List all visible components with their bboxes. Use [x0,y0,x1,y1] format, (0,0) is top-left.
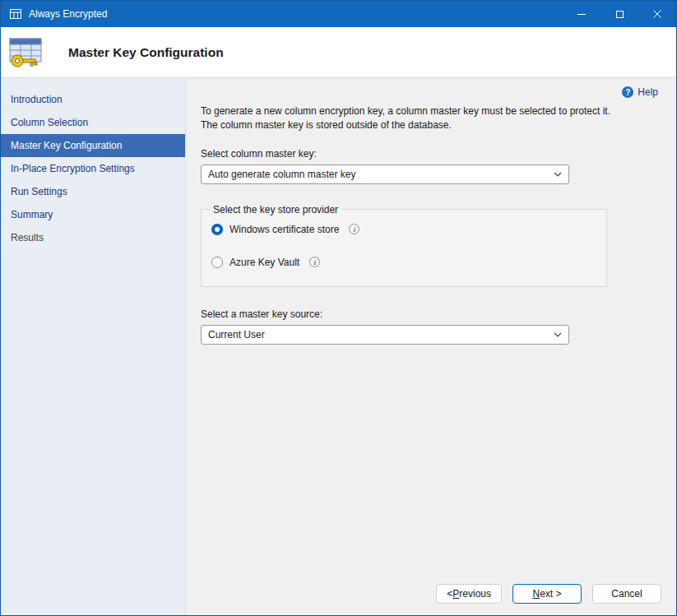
master-key-source-label: Select a master key source: [201,308,661,320]
sidebar-item-results: Results [1,226,185,249]
column-master-key-dropdown[interactable]: Auto generate column master key [201,164,569,184]
previous-button-mnemonic: P [452,588,459,600]
wizard-body: Introduction Column Selection Master Key… [1,78,676,615]
always-encrypted-window: Always Encrypted [0,0,677,616]
next-button-text-rest: ext > [540,588,561,600]
column-master-key-value: Auto generate column master key [208,169,355,180]
help-icon: ? [622,86,633,98]
sidebar-item-column-selection[interactable]: Column Selection [1,111,185,134]
maximize-icon [616,11,624,18]
chevron-down-icon [554,332,562,337]
radio-unselected-icon[interactable] [211,257,223,268]
radio-selected-icon[interactable] [211,224,223,235]
key-store-provider-legend: Select the key store provider [210,204,341,215]
window-title: Always Encrypted [29,8,107,20]
key-store-provider-group: Select the key store provider Windows ce… [201,204,607,287]
titlebar: Always Encrypted [1,1,676,27]
cancel-button[interactable]: Cancel [592,584,661,604]
help-label: Help [638,86,658,98]
wizard-content: ? Help To generate a new column encrypti… [186,78,676,615]
page-title: Master Key Configuration [68,45,224,60]
previous-button-text: < [447,588,452,600]
wizard-header: Master Key Configuration [1,27,676,78]
sidebar-item-summary[interactable]: Summary [1,203,185,226]
wizard-steps-sidebar: Introduction Column Selection Master Key… [1,78,186,615]
sidebar-item-in-place-encryption-settings[interactable]: In-Place Encryption Settings [1,157,185,180]
previous-button[interactable]: < Previous [436,584,502,604]
close-icon [653,10,661,18]
sidebar-item-run-settings[interactable]: Run Settings [1,180,185,203]
azure-key-vault-option[interactable]: Azure Key Vault i [211,257,596,268]
windows-certificate-store-option[interactable]: Windows certificate store i [211,224,596,235]
previous-button-text-rest: revious [459,588,491,600]
master-key-source-value: Current User [208,329,265,340]
minimize-button[interactable] [563,1,600,27]
azure-key-vault-label: Azure Key Vault [230,257,299,268]
sidebar-item-introduction[interactable]: Introduction [1,88,185,111]
help-link[interactable]: ? Help [622,86,658,98]
app-icon [9,7,22,21]
info-icon[interactable]: i [349,224,359,234]
minimize-icon [577,14,586,15]
master-key-label: Select column master key: [201,148,661,160]
wizard-footer: < Previous Next > Cancel [201,584,661,604]
master-key-table-icon [7,35,44,70]
next-button-mnemonic: N [532,588,540,600]
page-description: To generate a new column encryption key,… [201,104,619,133]
sidebar-item-master-key-configuration[interactable]: Master Key Configuration [1,134,185,157]
master-key-source-dropdown[interactable]: Current User [201,325,569,345]
chevron-down-icon [554,172,562,177]
close-button[interactable] [638,1,676,27]
maximize-button[interactable] [600,1,638,27]
windows-certificate-store-label: Windows certificate store [230,224,339,235]
info-icon[interactable]: i [309,257,320,267]
next-button[interactable]: Next > [512,584,582,604]
window-controls [563,1,676,27]
